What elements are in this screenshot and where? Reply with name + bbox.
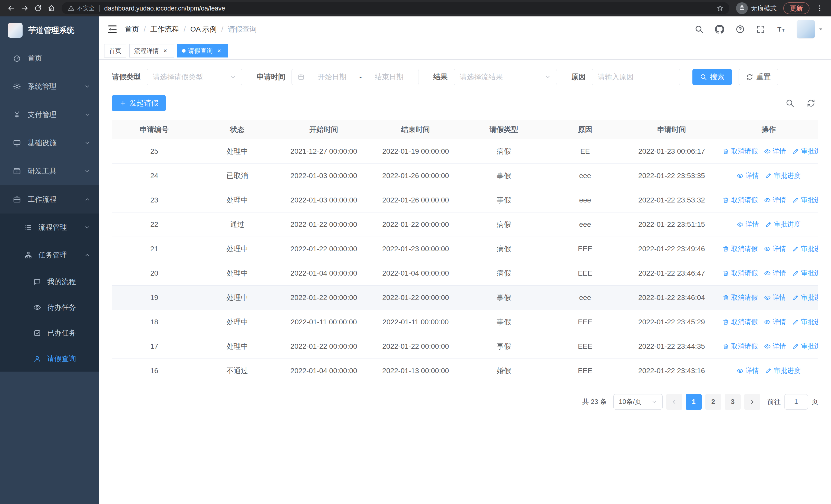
tab-close-icon[interactable]: × xyxy=(162,47,169,55)
search-icon[interactable] xyxy=(694,24,704,34)
row-action-detail[interactable]: 详情 xyxy=(764,342,786,351)
sidebar-item-leave-query[interactable]: 请假查询 xyxy=(0,346,99,372)
row-action-detail[interactable]: 详情 xyxy=(764,244,786,253)
active-tab-dot xyxy=(182,49,185,53)
search-button[interactable]: 搜索 xyxy=(692,69,732,85)
leave-type-select[interactable]: 请选择请假类型 xyxy=(147,69,242,85)
font-size-icon[interactable]: TT xyxy=(776,24,786,34)
sidebar-item-done-tasks[interactable]: 已办任务 xyxy=(0,320,99,346)
github-icon[interactable] xyxy=(715,24,725,34)
cell-end-time: 2022-01-26 00:00:00 xyxy=(370,188,461,212)
row-action-detail[interactable]: 详情 xyxy=(764,318,786,326)
cell-leave-type: 病假 xyxy=(461,212,546,237)
tab-process-detail[interactable]: 流程详情 × xyxy=(130,44,174,58)
row-action-progress[interactable]: 审批进度 xyxy=(765,366,800,375)
sidebar-item-system[interactable]: 系统管理 xyxy=(0,72,99,100)
tab-close-icon[interactable]: × xyxy=(215,47,223,55)
sidebar-item-process-management[interactable]: 流程管理 xyxy=(0,213,99,241)
row-action-progress[interactable]: 审批进度 xyxy=(765,171,800,180)
date-range-separator: - xyxy=(359,73,362,81)
address-bar[interactable]: 不安全 dashboard.yudao.iocoder.cn/bpm/oa/le… xyxy=(62,2,729,14)
row-action-detail[interactable]: 详情 xyxy=(737,171,759,180)
prev-page-button[interactable] xyxy=(666,394,682,410)
apply-time-range-picker[interactable]: 开始日期 - 结束日期 xyxy=(291,69,419,85)
sidebar-item-task-management[interactable]: 任务管理 xyxy=(0,241,99,269)
list-icon xyxy=(24,224,32,231)
row-action-progress[interactable]: 审批进度 xyxy=(792,196,818,205)
row-action-progress[interactable]: 审批进度 xyxy=(792,244,818,253)
sidebar-fold-icon[interactable] xyxy=(107,24,118,35)
browser-menu-icon[interactable] xyxy=(813,2,826,15)
breadcrumb-item[interactable]: OA 示例 xyxy=(191,24,217,34)
sidebar-item-payment[interactable]: 支付管理 xyxy=(0,100,99,129)
incognito-badge: 无痕模式 xyxy=(736,2,777,14)
goto-page-input[interactable] xyxy=(784,394,808,410)
sidebar-item-home[interactable]: 首页 xyxy=(0,44,99,72)
page-button-2[interactable]: 2 xyxy=(705,394,721,410)
sidebar-item-label: 基础设施 xyxy=(28,138,56,148)
row-action-progress[interactable]: 审批进度 xyxy=(792,269,818,278)
row-action-progress[interactable]: 审批进度 xyxy=(792,293,818,302)
row-action-detail[interactable]: 详情 xyxy=(764,293,786,302)
hide-search-icon[interactable] xyxy=(785,98,795,108)
row-action-detail[interactable]: 详情 xyxy=(764,196,786,205)
sidebar-item-workflow[interactable]: 工作流程 xyxy=(0,185,99,213)
row-action-cancel[interactable]: 取消请假 xyxy=(722,342,758,351)
row-action-progress[interactable]: 审批进度 xyxy=(792,318,818,326)
navbar-actions: TT xyxy=(694,20,823,38)
sidebar-item-devtools[interactable]: 研发工具 xyxy=(0,157,99,185)
sidebar-item-todo-tasks[interactable]: 待办任务 xyxy=(0,295,99,320)
browser-home-button[interactable] xyxy=(45,2,58,15)
avatar[interactable] xyxy=(797,20,815,38)
fullscreen-icon[interactable] xyxy=(755,24,766,34)
app-logo[interactable]: 芋道管理系统 xyxy=(0,17,99,44)
url-text: dashboard.yudao.iocoder.cn/bpm/oa/leave xyxy=(104,5,225,12)
browser-reload-button[interactable] xyxy=(31,2,45,15)
row-action-cancel[interactable]: 取消请假 xyxy=(722,244,758,253)
create-leave-button[interactable]: 发起请假 xyxy=(112,95,166,111)
row-action-cancel[interactable]: 取消请假 xyxy=(722,318,758,326)
chevron-down-icon xyxy=(544,73,551,80)
sidebar-item-label: 首页 xyxy=(28,53,42,63)
tab-leave-query[interactable]: 请假查询 × xyxy=(177,44,228,58)
help-icon[interactable] xyxy=(735,24,745,34)
reset-button[interactable]: 重置 xyxy=(739,69,778,85)
breadcrumb-separator: / xyxy=(184,25,186,33)
row-action-progress[interactable]: 审批进度 xyxy=(792,342,818,351)
row-action-cancel[interactable]: 取消请假 xyxy=(722,196,758,205)
page-button-1[interactable]: 1 xyxy=(686,394,701,410)
browser-back-button[interactable] xyxy=(5,2,18,15)
gear-icon xyxy=(13,82,21,91)
reason-input[interactable] xyxy=(598,73,674,81)
page-button-3[interactable]: 3 xyxy=(725,394,741,410)
cell-apply-time: 2022-01-23 00:06:17 xyxy=(624,139,719,164)
row-action-detail[interactable]: 详情 xyxy=(737,366,759,375)
result-select[interactable]: 请选择流结果 xyxy=(454,69,557,85)
row-action-detail[interactable]: 详情 xyxy=(764,147,786,156)
delete-icon xyxy=(722,270,729,277)
update-button[interactable]: 更新 xyxy=(783,2,809,14)
browser-forward-button[interactable] xyxy=(18,2,31,15)
page-size-select[interactable]: 10条/页 xyxy=(613,394,663,410)
refresh-icon[interactable] xyxy=(806,98,815,108)
tab-label: 首页 xyxy=(109,47,121,55)
bookmark-star-icon[interactable] xyxy=(714,5,726,12)
row-action-detail[interactable]: 详情 xyxy=(737,220,759,229)
end-date-placeholder: 结束日期 xyxy=(366,72,413,82)
breadcrumb-item[interactable]: 工作流程 xyxy=(150,24,179,34)
row-action-cancel[interactable]: 取消请假 xyxy=(722,293,758,302)
breadcrumb-item[interactable]: 首页 xyxy=(125,24,139,34)
row-action-progress[interactable]: 审批进度 xyxy=(765,220,800,229)
sidebar-item-infrastructure[interactable]: 基础设施 xyxy=(0,129,99,157)
sidebar-item-my-process[interactable]: 我的流程 xyxy=(0,269,99,295)
row-action-progress[interactable]: 审批进度 xyxy=(792,147,818,156)
next-page-button[interactable] xyxy=(744,394,760,410)
cell-status: 处理中 xyxy=(197,261,278,285)
cell-start-time: 2022-01-04 00:00:00 xyxy=(278,358,370,383)
row-action-detail[interactable]: 详情 xyxy=(764,269,786,278)
row-action-cancel[interactable]: 取消请假 xyxy=(722,269,758,278)
chevron-up-icon xyxy=(84,252,90,258)
tab-home[interactable]: 首页 xyxy=(104,44,126,58)
user-menu[interactable] xyxy=(797,20,823,38)
row-action-cancel[interactable]: 取消请假 xyxy=(722,147,758,156)
